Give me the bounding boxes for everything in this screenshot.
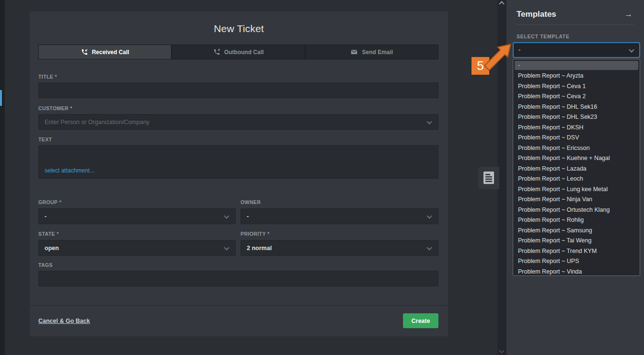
select-attachment-link[interactable]: select attachment... [45,167,94,174]
owner-label: OWNER [241,199,261,205]
template-option[interactable]: Problem Report ~ Ceva 2 [513,92,640,102]
sidebar-divider [517,24,634,25]
templates-sidebar: Templates → SELECT TEMPLATE - -Problem R… [506,0,644,355]
customer-placeholder: Enter Person or Organization/Company [45,119,150,126]
title-input[interactable] [38,82,438,98]
sidebar-title: Templates [517,10,556,19]
customer-label: CUSTOMER * [38,105,72,111]
chevron-down-icon [426,119,432,124]
template-option[interactable]: Problem Report ~ DHL Sek16 [513,102,640,113]
tab-label: Send Email [362,49,393,56]
template-option[interactable]: Problem Report ~ Lazada [513,164,640,174]
template-option[interactable]: Problem Report ~ Kuehne + Nagal [513,153,640,164]
state-select[interactable]: open [38,240,236,256]
template-option[interactable]: Problem Report ~ Ortustech Klang [513,205,640,216]
panel-footer: Cancel & Go Back Create [30,305,448,336]
template-option[interactable]: Problem Report ~ DSV [513,133,640,143]
state-label: STATE * [38,231,59,237]
template-options: -Problem Report ~ AryztaProblem Report ~… [513,59,640,276]
group-label: GROUP * [38,199,61,205]
template-select[interactable]: - [513,42,640,58]
tab-label: Outbound Call [224,49,264,56]
template-option[interactable]: Problem Report ~ Ninja Van [513,195,640,205]
priority-value: 2 normal [247,245,272,252]
app-screen: New Ticket Received Call Outbound Call [0,0,644,355]
template-option[interactable]: Problem Report ~ Tai Weng [513,236,640,246]
page-title: New Ticket [30,23,448,34]
priority-label: PRIORITY * [241,231,269,237]
text-area[interactable]: select attachment... [38,145,438,179]
template-option[interactable]: Problem Report ~ Lung kee Metal [513,184,640,195]
chevron-down-icon [629,47,634,52]
active-nav-indicator [0,90,2,106]
article-type-tabbar: Received Call Outbound Call Send Email [38,45,438,59]
collapse-sidebar-arrow-icon[interactable]: → [624,10,632,19]
title-label: TITLE * [38,74,57,80]
template-option[interactable]: Problem Report ~ UPS [513,256,640,267]
new-ticket-panel: New Ticket Received Call Outbound Call [30,11,448,336]
customer-input[interactable]: Enter Person or Organization/Company [38,114,438,130]
create-button[interactable]: Create [403,313,438,328]
owner-select[interactable]: - [241,208,438,224]
chevron-down-icon [224,213,229,218]
template-option[interactable]: Problem Report ~ Leoch [513,174,640,184]
template-option[interactable]: Problem Report ~ Trend KYM [513,246,640,257]
template-option[interactable]: Problem Report ~ Aryzta [513,71,640,81]
priority-select[interactable]: 2 normal [241,240,438,256]
tab-send-email[interactable]: Send Email [306,45,438,59]
template-option[interactable]: Problem Report ~ DHL Sek23 [513,112,640,123]
left-nav-rail [0,0,5,355]
template-selected-value: - [518,46,520,53]
template-option[interactable]: Problem Report ~ Vinda [513,267,640,276]
template-option[interactable]: Problem Report ~ Ericsson [513,143,640,154]
tags-label: TAGS [38,262,53,268]
owner-value: - [247,213,249,220]
tags-input[interactable] [38,271,438,286]
template-option[interactable]: - [515,61,638,70]
template-option[interactable]: Problem Report ~ Ceva 1 [513,81,640,92]
cancel-go-back-link[interactable]: Cancel & Go Back [38,318,90,324]
chevron-down-icon [224,245,229,250]
template-option[interactable]: Problem Report ~ DKSH [513,123,640,133]
select-template-label: SELECT TEMPLATE [517,34,570,39]
tab-outbound-call[interactable]: Outbound Call [172,45,304,59]
annotation-arrow-icon [481,41,513,74]
group-select[interactable]: - [38,208,236,224]
scroll-up-icon[interactable] [499,1,504,6]
chevron-down-icon [426,245,432,250]
email-icon [350,48,358,56]
template-option[interactable]: Problem Report ~ Samsung [513,226,640,236]
text-label: TEXT [38,137,52,142]
template-document-icon [483,172,494,184]
state-value: open [45,245,59,252]
group-value: - [45,213,46,220]
tab-received-call[interactable]: Received Call [39,45,171,59]
tab-label: Received Call [92,49,129,56]
chevron-down-icon [426,213,432,218]
received-call-icon [81,48,88,56]
templates-toggle-button[interactable] [478,167,499,189]
template-option[interactable]: Problem Report ~ Rohlig [513,215,640,226]
outbound-call-icon [213,48,220,56]
scroll-down-icon[interactable] [499,348,504,353]
